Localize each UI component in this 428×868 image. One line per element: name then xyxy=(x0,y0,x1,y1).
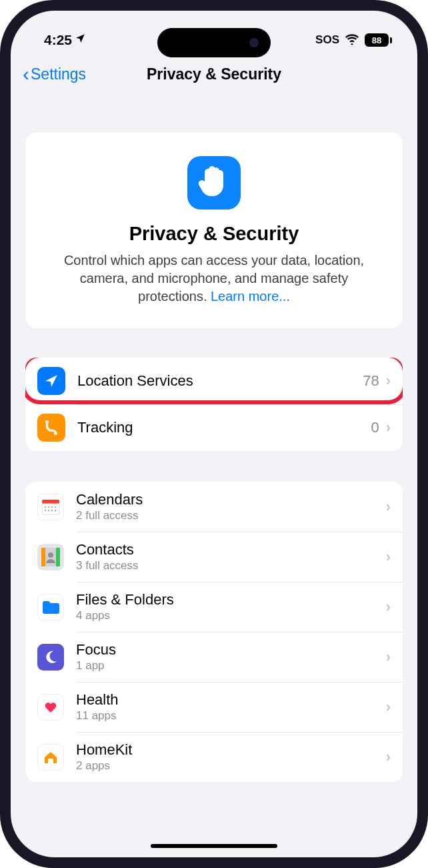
row-label: Health xyxy=(76,691,386,709)
chevron-right-icon: › xyxy=(386,648,391,666)
svg-point-1 xyxy=(54,432,57,435)
svg-point-9 xyxy=(48,510,49,511)
settings-group-apps: Calendars 2 full access › Contacts 3 ful… xyxy=(25,482,403,782)
hero-description: Control which apps can access your data,… xyxy=(44,252,384,306)
row-homekit[interactable]: HomeKit 2 apps › xyxy=(25,732,403,782)
health-icon xyxy=(37,694,64,721)
row-label: Tracking xyxy=(77,419,371,436)
back-label: Settings xyxy=(31,65,86,83)
row-sublabel: 2 full access xyxy=(76,509,386,522)
row-value: 0 xyxy=(371,419,379,436)
row-health[interactable]: Health 11 apps › xyxy=(25,682,403,732)
settings-group-primary: Location Services 78 › Tracking xyxy=(25,358,403,451)
svg-rect-2 xyxy=(42,500,59,504)
nav-bar: ‹ Settings Privacy & Security xyxy=(11,57,417,93)
device-frame: 4:25 SOS 88 ‹ Settings Priv xyxy=(0,0,428,868)
svg-rect-3 xyxy=(42,504,59,514)
home-indicator[interactable] xyxy=(151,844,277,848)
homekit-icon xyxy=(37,744,64,771)
focus-icon xyxy=(37,644,64,671)
row-files-folders[interactable]: Files & Folders 4 apps › xyxy=(25,582,403,632)
page-title: Privacy & Security xyxy=(147,65,281,83)
row-calendars[interactable]: Calendars 2 full access › xyxy=(25,482,403,532)
svg-rect-13 xyxy=(41,548,45,566)
sos-indicator: SOS xyxy=(315,33,339,47)
chevron-right-icon: › xyxy=(386,749,391,766)
chevron-right-icon: › xyxy=(386,372,391,390)
calendar-icon xyxy=(37,494,64,520)
row-sublabel: 2 apps xyxy=(76,759,386,773)
svg-point-0 xyxy=(45,420,49,424)
row-tracking[interactable]: Tracking 0 › xyxy=(25,404,403,451)
chevron-right-icon: › xyxy=(386,498,391,516)
battery-level: 88 xyxy=(365,33,389,47)
row-label: Files & Folders xyxy=(76,591,386,608)
row-label: Focus xyxy=(76,641,386,659)
learn-more-link[interactable]: Learn more... xyxy=(211,289,290,304)
row-contacts[interactable]: Contacts 3 full access › xyxy=(25,532,403,582)
contacts-icon xyxy=(37,544,64,570)
screen: 4:25 SOS 88 ‹ Settings Priv xyxy=(11,11,417,857)
row-sublabel: 3 full access xyxy=(76,559,386,572)
svg-point-5 xyxy=(48,506,49,508)
tracking-icon xyxy=(37,414,65,442)
hero-card: Privacy & Security Control which apps ca… xyxy=(25,132,403,328)
row-label: Location Services xyxy=(77,372,363,390)
row-location-services[interactable]: Location Services 78 › xyxy=(25,358,403,404)
chevron-right-icon: › xyxy=(386,699,391,716)
chevron-right-icon: › xyxy=(386,598,391,616)
svg-point-4 xyxy=(45,506,46,508)
hero-title: Privacy & Security xyxy=(44,223,384,245)
chevron-left-icon: ‹ xyxy=(23,64,29,84)
row-sublabel: 1 app xyxy=(76,659,386,673)
row-sublabel: 4 apps xyxy=(76,609,386,622)
row-label: Contacts xyxy=(76,541,386,558)
location-icon xyxy=(37,367,65,395)
battery-indicator: 88 xyxy=(365,33,392,47)
status-time: 4:25 xyxy=(44,32,72,48)
row-value: 78 xyxy=(363,372,379,390)
location-arrow-icon xyxy=(75,31,86,47)
dynamic-island xyxy=(157,28,271,57)
svg-point-7 xyxy=(55,506,56,508)
chevron-right-icon: › xyxy=(386,419,391,436)
svg-point-8 xyxy=(45,510,46,511)
files-icon xyxy=(37,594,64,620)
row-sublabel: 11 apps xyxy=(76,709,386,723)
svg-point-10 xyxy=(51,510,53,511)
row-label: Calendars xyxy=(76,491,386,508)
svg-point-6 xyxy=(51,506,53,508)
privacy-hand-icon xyxy=(187,156,241,209)
chevron-right-icon: › xyxy=(386,548,391,566)
row-focus[interactable]: Focus 1 app › xyxy=(25,632,403,682)
wifi-icon xyxy=(345,33,359,47)
svg-point-15 xyxy=(48,552,53,558)
row-label: HomeKit xyxy=(76,741,386,759)
svg-point-11 xyxy=(55,510,56,511)
back-button[interactable]: ‹ Settings xyxy=(23,64,86,84)
svg-rect-14 xyxy=(56,548,60,566)
